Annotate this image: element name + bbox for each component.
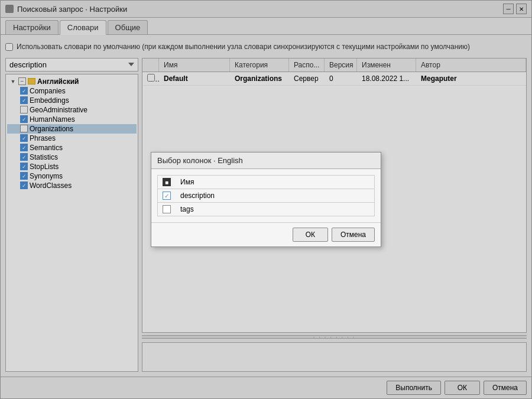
- modal-cancel-button[interactable]: Отмена: [332, 228, 375, 242]
- modal-check-cell-desc: ✓: [158, 189, 176, 202]
- modal-row-name[interactable]: ■ Имя: [157, 175, 375, 189]
- modal-body: ■ Имя ✓ description tags: [151, 169, 381, 222]
- modal-ok-button[interactable]: ОК: [293, 228, 328, 242]
- modal-text-tags: tags: [176, 203, 374, 216]
- modal-checkbox-tags[interactable]: [163, 205, 171, 213]
- modal-check-cell-name: ■: [158, 176, 176, 189]
- modal-row-tags[interactable]: tags: [157, 202, 375, 216]
- modal-title: Выбор колонок · English: [151, 153, 381, 169]
- modal-text-name: Имя: [176, 176, 374, 189]
- modal-overlay: Выбор колонок · English ■ Имя ✓ descript…: [1, 1, 531, 398]
- modal-check-cell-tags: [158, 203, 176, 216]
- main-window: Поисковый запрос · Настройки ─ ✕ Настрой…: [0, 0, 532, 399]
- modal-row-desc[interactable]: ✓ description: [157, 189, 375, 202]
- modal-checkbox-desc[interactable]: ✓: [163, 192, 171, 200]
- modal-footer: ОК Отмена: [151, 222, 381, 246]
- modal-dialog: Выбор колонок · English ■ Имя ✓ descript…: [151, 152, 381, 247]
- modal-text-desc: description: [176, 189, 374, 202]
- modal-checkbox-name[interactable]: ■: [163, 178, 171, 186]
